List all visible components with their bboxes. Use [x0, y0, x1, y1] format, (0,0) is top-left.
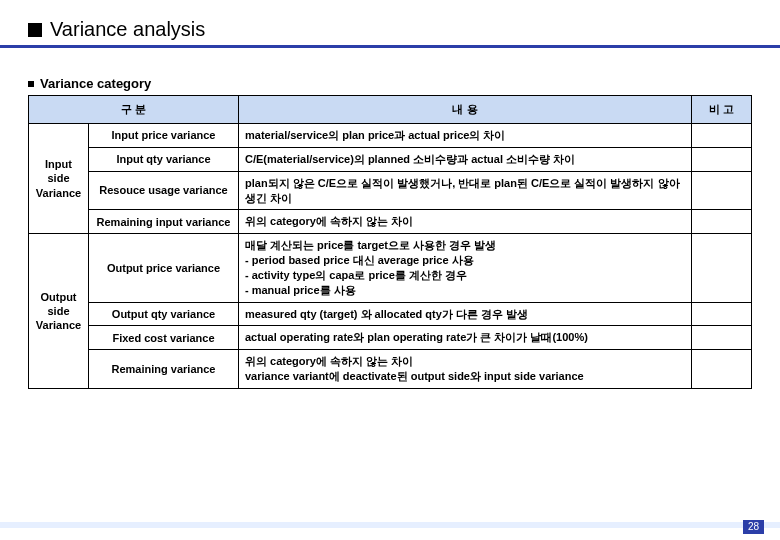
table-row: Output qty variance measured qty (target… [29, 302, 752, 326]
row-desc: C/E(material/service)의 planned 소비수량과 act… [239, 147, 692, 171]
row-note [692, 234, 752, 302]
row-note [692, 326, 752, 350]
header-category: 구 분 [29, 96, 239, 124]
row-label: Resouce usage variance [89, 171, 239, 210]
table-row: Fixed cost variance actual operating rat… [29, 326, 752, 350]
table-header-row: 구 분 내 용 비 고 [29, 96, 752, 124]
table-row: Remaining variance 위의 category에 속하지 않는 차… [29, 350, 752, 389]
row-desc: measured qty (target) 와 allocated qty가 다… [239, 302, 692, 326]
row-desc: 위의 category에 속하지 않는 차이variance variant에 … [239, 350, 692, 389]
row-label: Output price variance [89, 234, 239, 302]
table-row: Input qty variance C/E(material/service)… [29, 147, 752, 171]
subhead-row: Variance category [28, 76, 752, 91]
table-row: Input sideVariance Input price variance … [29, 124, 752, 148]
slide-title: Variance analysis [50, 18, 205, 41]
square-bullet-icon [28, 23, 42, 37]
header-description: 내 용 [239, 96, 692, 124]
table-row: Remaining input variance 위의 category에 속하… [29, 210, 752, 234]
row-note [692, 302, 752, 326]
title-underline [0, 45, 780, 48]
row-note [692, 171, 752, 210]
variance-table: 구 분 내 용 비 고 Input sideVariance Input pri… [28, 95, 752, 389]
row-label: Remaining variance [89, 350, 239, 389]
row-desc: 매달 계산되는 price를 target으로 사용한 경우 발생 - peri… [239, 234, 692, 302]
row-note [692, 350, 752, 389]
row-note [692, 210, 752, 234]
row-desc: material/service의 plan price과 actual pri… [239, 124, 692, 148]
row-label: Input price variance [89, 124, 239, 148]
row-label: Output qty variance [89, 302, 239, 326]
row-desc: plan되지 않은 C/E으로 실적이 발생했거나, 반대로 plan된 C/E… [239, 171, 692, 210]
table-row: OutputsideVariance Output price variance… [29, 234, 752, 302]
row-note [692, 147, 752, 171]
row-label: Input qty variance [89, 147, 239, 171]
table-row: Resouce usage variance plan되지 않은 C/E으로 실… [29, 171, 752, 210]
row-note [692, 124, 752, 148]
dot-bullet-icon [28, 81, 34, 87]
slide: Variance analysis Variance category 구 분 … [0, 0, 780, 540]
row-label: Remaining input variance [89, 210, 239, 234]
group-output-side: OutputsideVariance [29, 234, 89, 389]
header-note: 비 고 [692, 96, 752, 124]
page-number: 28 [743, 520, 764, 534]
row-desc: actual operating rate와 plan operating ra… [239, 326, 692, 350]
row-label: Fixed cost variance [89, 326, 239, 350]
group-input-side: Input sideVariance [29, 124, 89, 234]
subhead-text: Variance category [40, 76, 151, 91]
title-row: Variance analysis [28, 18, 752, 41]
footer-bar [0, 522, 780, 528]
row-desc: 위의 category에 속하지 않는 차이 [239, 210, 692, 234]
